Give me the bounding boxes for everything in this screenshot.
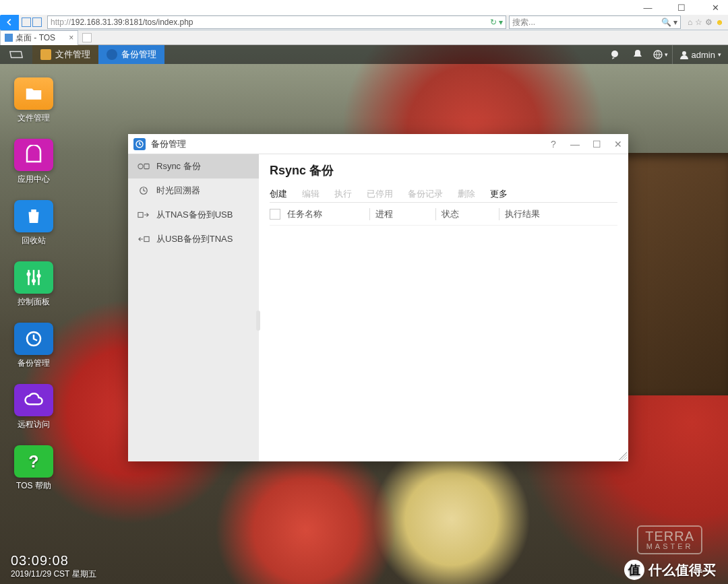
bag-icon	[24, 145, 44, 165]
tab-create[interactable]: 创建	[270, 188, 287, 200]
url-input[interactable]: http://192.168.31.39:8181/tos/index.php …	[47, 15, 506, 29]
svg-point-4	[32, 279, 36, 283]
svg-point-2	[682, 51, 686, 55]
close-button[interactable]: ✕	[706, 3, 724, 13]
user-icon	[679, 50, 689, 59]
sidebar-item-timemachine[interactable]: 时光回溯器	[128, 179, 259, 203]
taskbar-item-label: 备份管理	[121, 48, 156, 61]
nav-refresh-icon[interactable]	[22, 18, 31, 27]
sidebar-item-rsync[interactable]: Rsync 备份	[128, 154, 259, 179]
tab-more[interactable]: 更多	[490, 188, 508, 200]
sidebar-item-tnas-to-usb[interactable]: 从TNAS备份到USB	[128, 203, 259, 227]
tab-edit[interactable]: 编辑	[302, 188, 320, 200]
minimize-button[interactable]: —	[639, 3, 657, 13]
desktop-icon-label: 控制面板	[18, 296, 50, 308]
clock-date: 2019/11/29 CST 星期五	[11, 569, 96, 580]
sidebar-item-usb-to-tnas[interactable]: 从USB备份到TNAS	[128, 227, 259, 251]
app-icon	[133, 138, 146, 150]
watermark: 值 什么值得买	[624, 560, 716, 580]
watermark-badge: 值	[624, 560, 644, 580]
svg-point-5	[37, 274, 41, 278]
search-placeholder: 搜索...	[512, 17, 535, 28]
panel-resize-handle[interactable]	[256, 311, 260, 331]
tos-desktop: 文件管理 备份管理 ▾ admin ▾	[0, 45, 728, 584]
bell-icon[interactable]	[626, 45, 649, 64]
chat-icon[interactable]	[603, 45, 626, 64]
panel-heading: Rsync 备份	[270, 162, 617, 179]
watermark-text: 什么值得买	[648, 561, 716, 579]
history-icon	[24, 329, 44, 349]
maximize-button[interactable]: ☐	[673, 3, 690, 13]
globe-icon[interactable]: ▾	[649, 45, 672, 64]
svg-rect-12	[138, 212, 143, 217]
col-result[interactable]: 执行结果	[499, 208, 617, 220]
settings-icon[interactable]: ⚙	[705, 18, 712, 27]
brand-logo: TERRA MASTER	[637, 525, 702, 554]
desktop-icon-recycle-bin[interactable]: 回收站	[13, 200, 54, 247]
search-icon[interactable]: 🔍 ▾	[661, 18, 677, 27]
tos-taskbar: 文件管理 备份管理 ▾ admin ▾	[0, 45, 728, 64]
sidebar-item-label: 从USB备份到TNAS	[156, 233, 233, 245]
brand-line1: TERRA	[645, 529, 694, 543]
browser-search-input[interactable]: 搜索... 🔍 ▾	[509, 15, 681, 29]
desktop-icon-label: TOS 帮助	[16, 480, 51, 492]
browser-tab-active[interactable]: 桌面 - TOS ×	[0, 30, 78, 45]
folder-icon	[40, 49, 51, 60]
tos-logo[interactable]	[0, 45, 32, 64]
sliders-icon	[24, 267, 44, 288]
svg-point-9	[138, 164, 143, 168]
nav-compat-icon[interactable]	[32, 18, 42, 27]
desktop-icon-file-manager[interactable]: 文件管理	[13, 77, 54, 124]
backup-main-panel: Rsync 备份 创建 编辑 执行 已停用 备份记录 删除 更多 任务名称 进程…	[259, 154, 628, 461]
desktop-icon-label: 远程访问	[18, 419, 50, 430]
tab-delete[interactable]: 删除	[458, 188, 475, 200]
window-titlebar[interactable]: 备份管理 ? — ☐ ✕	[128, 134, 628, 154]
desktop-icon-control-panel[interactable]: 控制面板	[13, 261, 54, 308]
select-all-checkbox[interactable]	[270, 209, 280, 220]
desktop-icon-label: 备份管理	[18, 358, 50, 369]
col-task-name[interactable]: 任务名称	[287, 208, 369, 220]
clock-icon	[138, 186, 150, 195]
col-status[interactable]: 状态	[435, 208, 499, 220]
tab-title: 桌面 - TOS	[16, 32, 55, 44]
window-close-button[interactable]: ✕	[613, 139, 623, 150]
server-sync-icon	[138, 162, 150, 171]
window-resize-grip[interactable]	[619, 452, 627, 460]
desktop-icon-tos-help[interactable]: ? TOS 帮助	[13, 445, 54, 492]
desktop-icon-backup[interactable]: 备份管理	[13, 323, 54, 369]
taskbar-item-label: 文件管理	[55, 48, 90, 61]
tab-disabled[interactable]: 已停用	[367, 188, 393, 200]
url-actions[interactable]: ↻ ▾	[490, 18, 503, 27]
new-tab-button[interactable]	[82, 33, 92, 42]
taskbar-right: ▾ admin ▾	[603, 45, 728, 64]
taskbar-item-file-manager[interactable]: 文件管理	[32, 45, 98, 64]
backup-sidebar: Rsync 备份 时光回溯器 从TNAS备份到USB 从USB备份到TNAS	[128, 154, 259, 461]
tab-log[interactable]: 备份记录	[408, 188, 443, 200]
col-process[interactable]: 进程	[369, 208, 435, 220]
desktop-icon-label: 文件管理	[18, 112, 50, 124]
taskbar-item-backup[interactable]: 备份管理	[98, 45, 164, 64]
svg-rect-13	[144, 236, 149, 241]
taskbar-user-menu[interactable]: admin ▾	[672, 45, 728, 64]
tab-close-icon[interactable]: ×	[69, 33, 73, 42]
tab-run[interactable]: 执行	[334, 188, 352, 200]
window-minimize-button[interactable]: —	[570, 139, 580, 150]
cloud-icon	[24, 390, 44, 410]
window-maximize-button[interactable]: ☐	[592, 139, 601, 150]
nav-back-button[interactable]	[0, 15, 19, 30]
nav-extra-buttons[interactable]	[19, 18, 44, 27]
question-icon: ?	[24, 451, 44, 472]
feedback-icon[interactable]: ☻	[715, 18, 724, 27]
taskbar-user-label: admin	[692, 50, 715, 60]
desktop-icon-remote-access[interactable]: 远程访问	[13, 384, 54, 430]
window-help-button[interactable]: ?	[549, 139, 558, 150]
desktop-icon-column: 文件管理 应用中心 回收站 控制面板 备份管理 远程访问 ? TOS 帮助	[13, 77, 62, 492]
home-icon[interactable]: ⌂	[688, 18, 692, 27]
desktop-icon-app-center[interactable]: 应用中心	[13, 139, 54, 185]
task-table-header: 任务名称 进程 状态 执行结果	[270, 203, 617, 226]
backup-window: 备份管理 ? — ☐ ✕ Rsync 备份 时光回溯器 从	[128, 134, 628, 461]
favorites-icon[interactable]: ☆	[695, 18, 702, 27]
action-tab-strip: 创建 编辑 执行 已停用 备份记录 删除 更多	[270, 185, 617, 203]
desktop-clock: 03:09:08 2019/11/29 CST 星期五	[11, 553, 96, 580]
sidebar-item-label: 从TNAS备份到USB	[156, 209, 233, 221]
